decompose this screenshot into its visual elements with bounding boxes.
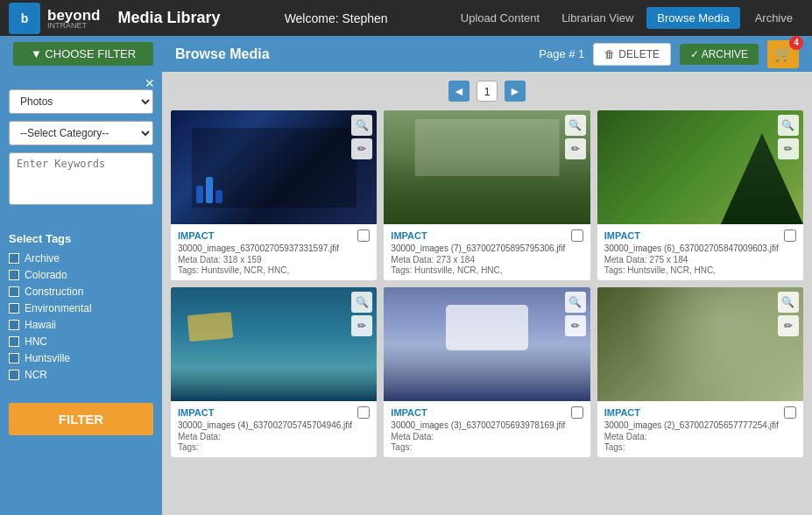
tag-item: Hawaii — [9, 319, 153, 331]
zoom-button[interactable]: 🔍 — [351, 292, 372, 313]
zoom-button[interactable]: 🔍 — [351, 115, 372, 136]
tag-label-construction: Construction — [25, 286, 83, 298]
tag-label-hnc: HNC — [25, 335, 47, 348]
zoom-button[interactable]: 🔍 — [565, 292, 586, 313]
media-thumbnail[interactable]: 🔍 ✏ — [384, 110, 590, 224]
impact-label: IMPACT — [604, 407, 640, 418]
edit-button[interactable]: ✏ — [351, 315, 372, 336]
subheader: ▼ CHOOSE FILTER Browse Media Page # 1 🗑 … — [0, 36, 812, 72]
sidebar-close-button[interactable]: ✕ — [145, 76, 155, 90]
tag-checkbox-construction[interactable] — [9, 286, 19, 297]
logo-text-area: beyond INTRANET — [47, 7, 100, 30]
welcome-text: Welcome: Stephen — [234, 11, 439, 25]
next-page-button[interactable]: ► — [505, 81, 526, 102]
upload-content-button[interactable]: Upload Content — [452, 8, 548, 28]
media-impact-row: IMPACT — [604, 406, 796, 419]
tag-checkbox-colorado[interactable] — [9, 270, 19, 280]
filter-button[interactable]: FILTER — [9, 403, 153, 435]
impact-label: IMPACT — [391, 407, 427, 418]
media-impact-row: IMPACT — [178, 406, 370, 419]
tag-checkbox-ncr[interactable] — [9, 370, 19, 380]
category-filter-row: --Select Category-- — [9, 121, 153, 145]
thumb-actions: 🔍 ✏ — [351, 115, 372, 159]
media-select-checkbox[interactable] — [784, 406, 796, 419]
media-meta: Meta Data: — [604, 432, 796, 441]
media-meta: Meta Data: — [391, 432, 583, 441]
edit-button[interactable]: ✏ — [778, 315, 799, 336]
media-meta: Meta Data: 275 x 184 — [604, 255, 796, 265]
filter-section: Photos Videos Documents --Select Categor… — [0, 72, 162, 223]
media-impact-row: IMPACT — [391, 229, 583, 242]
media-card: 🔍 ✏ IMPACT 30000_images_6370027059373315… — [171, 110, 377, 280]
delete-button[interactable]: 🗑 DELETE — [593, 43, 671, 66]
logo-area: b beyond INTRANET — [9, 3, 100, 34]
librarian-view-button[interactable]: Librarian View — [553, 8, 642, 28]
keywords-input[interactable] — [9, 152, 153, 205]
tag-item: Archive — [9, 252, 153, 265]
media-info: IMPACT 30000_images (7)_6370027058957953… — [384, 224, 590, 280]
edit-button[interactable]: ✏ — [351, 138, 372, 159]
media-meta: Meta Data: 318 x 159 — [178, 255, 370, 265]
media-filename: 30000_images (7)_637002705895795306.jfif — [391, 243, 583, 253]
thumb-actions: 🔍 ✏ — [351, 292, 372, 336]
archive-action-button[interactable]: ✓ ARCHIVE — [680, 44, 759, 65]
impact-label: IMPACT — [391, 230, 427, 241]
impact-label: IMPACT — [178, 230, 214, 241]
thumb-actions: 🔍 ✏ — [778, 115, 799, 159]
media-tags: Tags: — [178, 442, 370, 452]
media-thumbnail[interactable]: 🔍 ✏ — [597, 110, 803, 224]
media-tags: Tags: Huntsville, NCR, HNC, — [604, 265, 796, 275]
media-thumbnail[interactable]: 🔍 ✏ — [384, 287, 590, 401]
media-card: 🔍 ✏ IMPACT 30000_images (7)_637002705895… — [384, 110, 590, 280]
thumb-actions: 🔍 ✏ — [565, 115, 586, 159]
logo-icon: b — [21, 11, 29, 25]
prev-page-button[interactable]: ◄ — [448, 81, 470, 102]
media-info: IMPACT 30000_images (2)_6370027056577772… — [597, 401, 803, 457]
media-filename: 30000_images (2)_637002705657777254.jfif — [604, 420, 796, 430]
tag-checkbox-archive[interactable] — [9, 253, 19, 264]
impact-label: IMPACT — [178, 407, 214, 418]
edit-button[interactable]: ✏ — [778, 138, 799, 159]
zoom-button[interactable]: 🔍 — [778, 115, 799, 136]
choose-filter-button[interactable]: ▼ CHOOSE FILTER — [13, 42, 153, 66]
media-select-checkbox[interactable] — [357, 229, 370, 242]
media-tags: Tags: — [604, 442, 796, 452]
media-select-checkbox[interactable] — [357, 406, 370, 419]
content-area: ◄ 1 ► — [162, 72, 812, 515]
edit-button[interactable]: ✏ — [565, 138, 586, 159]
media-thumbnail[interactable]: 🔍 ✏ — [171, 110, 377, 224]
zoom-button[interactable]: 🔍 — [565, 115, 586, 136]
tags-section: Select Tags Archive Colorado Constructio… — [0, 223, 162, 394]
type-select[interactable]: Photos Videos Documents — [9, 89, 153, 114]
media-filename: 30000_images (3)_637002705693978169.jfif — [391, 420, 583, 430]
media-select-checkbox[interactable] — [571, 229, 583, 242]
tag-label-ncr: NCR — [25, 369, 47, 381]
zoom-button[interactable]: 🔍 — [778, 292, 799, 313]
media-select-checkbox[interactable] — [571, 406, 583, 419]
media-card: 🔍 ✏ IMPACT 30000_images (2)_637002705657… — [597, 287, 803, 457]
type-filter-row: Photos Videos Documents — [9, 89, 153, 114]
media-info: IMPACT 30000_images (4)_6370027057457049… — [171, 401, 377, 457]
browse-media-button[interactable]: Browse Media — [646, 7, 739, 29]
media-card: 🔍 ✏ IMPACT 30000_images (3)_637002705693… — [384, 287, 590, 457]
tag-label-environmental: Environmental — [25, 302, 92, 314]
media-card: 🔍 ✏ IMPACT 30000_images (4)_637002705745… — [171, 287, 377, 457]
media-card: 🔍 ✏ IMPACT 30000_images (6)_637002705847… — [597, 110, 803, 280]
media-tags: Tags: Huntsville, NCR, HNC, — [178, 265, 370, 275]
media-thumbnail[interactable]: 🔍 ✏ — [171, 287, 377, 401]
nav-links: Upload Content Librarian View Browse Med… — [452, 7, 803, 29]
cart-button[interactable]: 🛒 4 — [767, 40, 799, 68]
delete-label: DELETE — [618, 48, 660, 60]
tag-checkbox-hawaii[interactable] — [9, 320, 19, 330]
tag-checkbox-environmental[interactable] — [9, 303, 19, 314]
archive-button[interactable]: Archive — [745, 7, 803, 29]
tag-checkbox-huntsville[interactable] — [9, 353, 19, 363]
category-select[interactable]: --Select Category-- — [9, 121, 153, 145]
media-thumbnail[interactable]: 🔍 ✏ — [597, 287, 803, 401]
tag-checkbox-hnc[interactable] — [9, 336, 19, 347]
edit-button[interactable]: ✏ — [565, 315, 586, 336]
media-info: IMPACT 30000_images_637002705937331597.j… — [171, 224, 377, 280]
thumb-actions: 🔍 ✏ — [778, 292, 799, 336]
media-select-checkbox[interactable] — [784, 229, 796, 242]
tag-item: Environmental — [9, 302, 153, 314]
